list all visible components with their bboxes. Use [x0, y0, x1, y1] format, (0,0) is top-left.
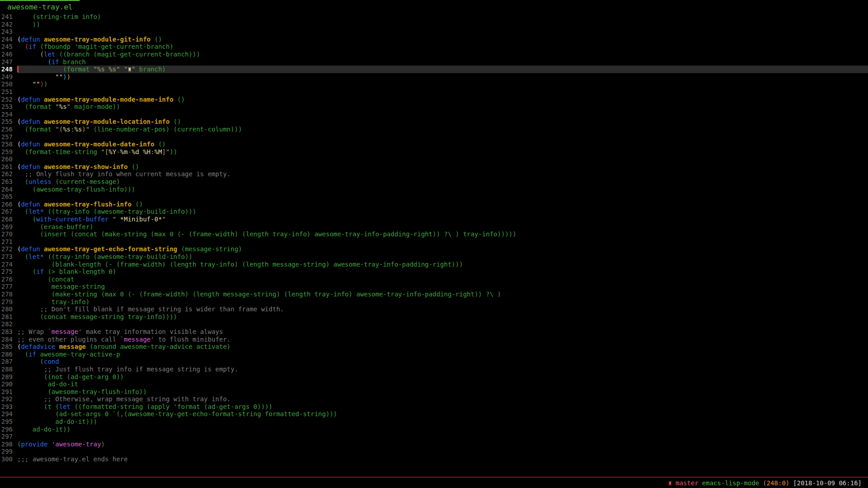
code-line[interactable]: 283;; Wrap `message' make tray informati… — [0, 328, 868, 336]
line-content — [17, 238, 868, 246]
line-number: 297 — [0, 433, 17, 441]
line-content — [17, 193, 868, 201]
code-line[interactable]: 289 ((not (ad-get-arg 0)) — [0, 373, 868, 381]
line-content: ;; Only flush tray info when current mes… — [17, 170, 868, 178]
line-content — [17, 320, 868, 328]
line-number: 263 — [0, 178, 17, 186]
code-line[interactable]: 243 — [0, 28, 868, 36]
line-content: ;; even other plugins call `message' to … — [17, 336, 868, 343]
code-line[interactable]: 249 "")) — [0, 73, 868, 81]
line-number: 242 — [0, 21, 17, 28]
code-line[interactable]: 279 tray-info) — [0, 298, 868, 306]
code-line[interactable]: 256 (format "(%s:%s)" (line-number-at-po… — [0, 126, 868, 133]
code-line[interactable]: 298(provide 'awesome-tray) — [0, 441, 868, 448]
line-content: (awesome-tray-flush-info)) — [17, 388, 868, 396]
line-content: (defun awesome-tray-module-location-info… — [17, 118, 868, 126]
line-number: 245 — [0, 43, 17, 51]
code-line[interactable]: 294 (ad-set-args 0 `(,(awesome-tray-get-… — [0, 410, 868, 418]
code-line[interactable]: 295 ad-do-it))) — [0, 418, 868, 426]
line-number: 288 — [0, 366, 17, 373]
code-line[interactable]: 269 (erase-buffer) — [0, 223, 868, 231]
line-content: (defadvice message (around awesome-tray-… — [17, 343, 868, 351]
code-line[interactable]: 259 (format-time-string "[%Y-%m-%d %H:%M… — [0, 148, 868, 156]
code-line[interactable]: 266(defun awesome-tray-flush-info () — [0, 201, 868, 208]
code-line[interactable]: 258(defun awesome-tray-module-date-info … — [0, 141, 868, 148]
code-line[interactable]: 271 — [0, 238, 868, 246]
line-content: )) — [17, 21, 868, 28]
code-line[interactable]: 288 ;; Just flush tray info if message s… — [0, 366, 868, 373]
code-line[interactable]: 296 ad-do-it)) — [0, 426, 868, 433]
line-number: 257 — [0, 133, 17, 141]
code-line[interactable]: 246 (let ((branch (magit-get-current-bra… — [0, 51, 868, 58]
code-line[interactable]: 261(defun awesome-tray-show-info () — [0, 163, 868, 171]
line-content: (cond — [17, 358, 868, 366]
code-line[interactable]: 251 — [0, 88, 868, 96]
code-line[interactable]: 277 message-string — [0, 283, 868, 291]
line-number: 290 — [0, 380, 17, 388]
line-content: (unless (current-message) — [17, 178, 868, 186]
line-number: 273 — [0, 253, 17, 261]
code-line[interactable]: 257 — [0, 133, 868, 141]
code-line[interactable]: 264 (awesome-tray-flush-info))) — [0, 186, 868, 193]
line-content: (defun awesome-tray-show-info () — [17, 163, 868, 171]
code-line[interactable]: 300;;; awesome-tray.el ends here — [0, 455, 868, 463]
code-line[interactable]: 267 (let* ((tray-info (awesome-tray-buil… — [0, 208, 868, 216]
code-line[interactable]: 260 — [0, 155, 868, 163]
line-number: 260 — [0, 155, 17, 163]
code-buffer[interactable]: 241 (string-trim info)242 ))243244(defun… — [0, 13, 868, 463]
code-line[interactable]: 274 (blank-length (- (frame-width) (leng… — [0, 261, 868, 268]
code-line[interactable]: 254 — [0, 111, 868, 118]
code-line[interactable]: 299 — [0, 448, 868, 455]
code-line[interactable]: 252(defun awesome-tray-module-mode-name-… — [0, 96, 868, 103]
line-content — [17, 28, 868, 36]
code-line[interactable]: 265 — [0, 193, 868, 201]
line-number: 274 — [0, 261, 17, 268]
line-number: 254 — [0, 111, 17, 118]
code-line[interactable]: 244(defun awesome-tray-module-git-info (… — [0, 36, 868, 43]
line-number: 294 — [0, 410, 17, 418]
code-line[interactable]: 263 (unless (current-message) — [0, 178, 868, 186]
code-line[interactable]: 292 ;; Otherwise, wrap message string wi… — [0, 395, 868, 403]
code-line[interactable]: 280 ;; Don't fill blank if message strin… — [0, 305, 868, 313]
code-line[interactable]: 284;; even other plugins call `message' … — [0, 336, 868, 343]
line-number: 252 — [0, 96, 17, 103]
code-line[interactable]: 250 "")) — [0, 80, 868, 88]
code-line[interactable]: 286 (if awesome-tray-active-p — [0, 351, 868, 358]
code-line[interactable]: 290 ad-do-it — [0, 380, 868, 388]
code-line[interactable]: 262 ;; Only flush tray info when current… — [0, 170, 868, 178]
code-line[interactable]: 291 (awesome-tray-flush-info)) — [0, 388, 868, 396]
line-number: 259 — [0, 148, 17, 156]
code-line[interactable]: 242 )) — [0, 21, 868, 28]
code-line[interactable]: 287 (cond — [0, 358, 868, 366]
line-number: 253 — [0, 103, 17, 111]
code-line[interactable]: 241 (string-trim info) — [0, 13, 868, 21]
line-number: 295 — [0, 418, 17, 426]
major-mode-label: emacs-lisp-mode — [702, 479, 759, 487]
code-line[interactable]: 272(defun awesome-tray-get-echo-format-s… — [0, 245, 868, 253]
line-number: 278 — [0, 291, 17, 298]
code-line[interactable]: 293 (t (let ((formatted-string (apply 'f… — [0, 403, 868, 411]
code-line[interactable]: 247 (if branch — [0, 58, 868, 66]
code-line[interactable]: 270 (insert (concat (make-string (max 0 … — [0, 230, 868, 238]
line-content: ;;; awesome-tray.el ends here — [17, 455, 868, 463]
code-line[interactable]: 281 (concat message-string tray-info)))) — [0, 313, 868, 321]
code-line[interactable]: 275 (if (> blank-length 0) — [0, 268, 868, 276]
tab-awesome-tray-el[interactable]: awesome-tray.el — [0, 0, 80, 11]
line-content: ad-do-it))) — [17, 418, 868, 426]
code-line[interactable]: 268 (with-current-buffer " *Minibuf-0*" — [0, 216, 868, 223]
code-line[interactable]: 248 (format "%s %s" "♜" branch) — [0, 66, 868, 73]
code-line[interactable]: 285(defadvice message (around awesome-tr… — [0, 343, 868, 351]
code-line[interactable]: 278 (make-string (max 0 (- (frame-width)… — [0, 291, 868, 298]
code-line[interactable]: 255(defun awesome-tray-module-location-i… — [0, 118, 868, 126]
line-content — [17, 448, 868, 455]
line-content: (provide 'awesome-tray) — [17, 441, 868, 448]
code-line[interactable]: 245 (if (fboundp 'magit-get-current-bran… — [0, 43, 868, 51]
line-number: 279 — [0, 298, 17, 306]
line-content: (if (fboundp 'magit-get-current-branch) — [17, 43, 868, 51]
code-line[interactable]: 282 — [0, 320, 868, 328]
code-line[interactable]: 297 — [0, 433, 868, 441]
code-line[interactable]: 253 (format "%s" major-mode)) — [0, 103, 868, 111]
line-number: 287 — [0, 358, 17, 366]
code-line[interactable]: 273 (let* ((tray-info (awesome-tray-buil… — [0, 253, 868, 261]
code-line[interactable]: 276 (concat — [0, 276, 868, 283]
